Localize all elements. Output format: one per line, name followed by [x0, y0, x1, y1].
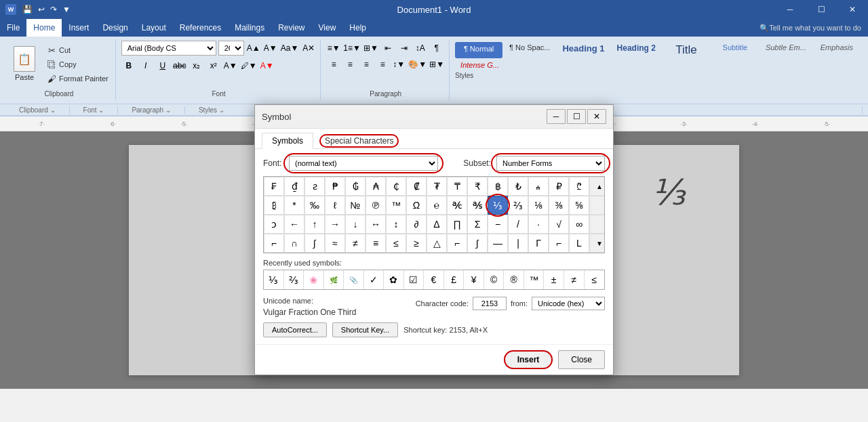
numbering-btn[interactable]: 1≡▼	[342, 41, 361, 56]
font-select[interactable]: (normal text)	[289, 156, 438, 171]
subset-select[interactable]: Number Forms	[496, 156, 605, 171]
line-spacing-btn[interactable]: ↕▼	[391, 57, 406, 72]
recent-cell[interactable]: ¥	[464, 270, 484, 289]
recent-cell[interactable]: ≠	[564, 270, 585, 289]
minimize-btn[interactable]: ─	[774, 0, 806, 19]
sym-cell[interactable]: ↑	[304, 215, 325, 234]
clear-format-btn[interactable]: A✕	[301, 41, 316, 56]
bullets-btn[interactable]: ≡▼	[326, 41, 341, 56]
dialog-close-btn[interactable]: ✕	[587, 109, 606, 124]
sym-cell[interactable]: √	[549, 215, 569, 234]
sym-cell[interactable]: ₺	[508, 177, 528, 196]
style-heading1[interactable]: Heading 1	[557, 42, 610, 58]
customize-btn[interactable]: ▼	[60, 5, 73, 14]
close-dialog-button[interactable]: Close	[558, 350, 605, 369]
sym-cell[interactable]: ℀	[447, 196, 467, 215]
from-select[interactable]: Unicode (hex) ASCII (decimal) ASCII (hex…	[532, 297, 605, 310]
sort-btn[interactable]: ↕A	[413, 41, 428, 56]
sym-cell[interactable]: ≤	[386, 234, 406, 253]
increase-indent-btn[interactable]: ⇥	[397, 41, 412, 56]
autocorrect-button[interactable]: AutoCorrect...	[263, 322, 327, 337]
menu-mailings[interactable]: Mailings	[228, 19, 271, 37]
font-color-btn[interactable]: A▼	[223, 58, 238, 73]
sym-cell[interactable]: ℓ	[325, 196, 345, 215]
tell-me[interactable]: 🔍 Tell me what you want to do	[753, 19, 868, 37]
style-emphasis[interactable]: Emphasis	[813, 42, 861, 58]
menu-file[interactable]: File	[0, 19, 26, 37]
align-center-btn[interactable]: ≡	[342, 57, 357, 72]
scroll-col[interactable]	[589, 196, 605, 215]
sym-cell[interactable]: ℮	[427, 196, 447, 215]
cut-button[interactable]: ✂ Cut	[43, 43, 111, 57]
sym-cell[interactable]: /	[508, 215, 528, 234]
close-window-btn[interactable]: ✕	[837, 0, 868, 19]
scroll-col[interactable]: ▼	[589, 234, 605, 253]
tab-special-characters[interactable]: Special Characters	[315, 133, 403, 148]
sym-cell[interactable]: ∩	[284, 234, 304, 253]
decrease-indent-btn[interactable]: ⇤	[380, 41, 395, 56]
recent-cell[interactable]: ☑	[404, 270, 425, 289]
sym-cell[interactable]: ℗	[366, 196, 386, 215]
recent-cell[interactable]: ≤	[585, 270, 605, 289]
sym-cell[interactable]: *	[284, 196, 304, 215]
save-btn[interactable]: 💾	[20, 5, 35, 14]
recent-cell[interactable]: ©	[484, 270, 505, 289]
sym-cell[interactable]: ₵	[386, 177, 406, 196]
sym-cell[interactable]: ₣	[264, 177, 284, 196]
sym-cell[interactable]: Δ	[427, 215, 447, 234]
sym-cell[interactable]: ↔	[366, 215, 386, 234]
recent-cell[interactable]: ®	[504, 270, 524, 289]
subscript-btn[interactable]: x₂	[189, 58, 204, 73]
borders-btn[interactable]: ⊞▼	[429, 57, 445, 72]
scroll-col[interactable]: ▲	[589, 177, 605, 196]
font-size-select[interactable]: 26	[218, 41, 244, 56]
sym-cell[interactable]: Γ	[528, 234, 549, 253]
recent-cell[interactable]: ✓	[364, 270, 384, 289]
sym-cell[interactable]: ≡	[366, 234, 386, 253]
menu-review[interactable]: Review	[271, 19, 311, 37]
strikethrough-btn[interactable]: abc	[172, 58, 187, 73]
sym-cell[interactable]: ⌐	[264, 234, 284, 253]
recent-cell[interactable]: ⅔	[284, 270, 304, 289]
increase-font-btn[interactable]: A▲	[246, 41, 261, 56]
shading-btn[interactable]: 🎨▼	[408, 57, 427, 72]
style-subtle-emphasis[interactable]: Subtle Em...	[760, 42, 812, 58]
decrease-font-btn[interactable]: A▼	[263, 41, 278, 56]
align-right-btn[interactable]: ≡	[359, 57, 374, 72]
sym-cell[interactable]: L	[569, 234, 589, 253]
sym-cell[interactable]: ≥	[406, 234, 427, 253]
redo-btn[interactable]: ↷	[48, 5, 59, 14]
insert-button[interactable]: Insert	[504, 350, 553, 369]
sym-cell[interactable]: ∂	[406, 215, 427, 234]
recent-cell[interactable]: 🌸	[304, 270, 324, 289]
maximize-btn[interactable]: ☐	[806, 0, 837, 19]
font-color2-btn[interactable]: A▼	[260, 58, 275, 73]
shortcut-key-button[interactable]: Shortcut Key...	[332, 322, 398, 337]
multilevel-btn[interactable]: ⊞▼	[363, 41, 379, 56]
style-title[interactable]: Title	[663, 42, 710, 58]
format-painter-button[interactable]: 🖌 Format Painter	[43, 72, 111, 85]
menu-insert[interactable]: Insert	[62, 19, 96, 37]
sym-cell[interactable]: △	[427, 234, 447, 253]
highlight-btn[interactable]: 🖊▼	[240, 58, 258, 73]
menu-references[interactable]: References	[173, 19, 228, 37]
sym-cell[interactable]: ↓	[345, 215, 366, 234]
sym-cell[interactable]: −	[488, 215, 508, 234]
sym-cell[interactable]: →	[325, 215, 345, 234]
sym-cell[interactable]: Ω	[406, 196, 427, 215]
sym-cell[interactable]: ∏	[447, 215, 467, 234]
sym-cell[interactable]: ‰	[304, 196, 325, 215]
scroll-col[interactable]	[589, 215, 605, 234]
sym-cell[interactable]: №	[345, 196, 366, 215]
sym-cell[interactable]: ∞	[569, 215, 589, 234]
tab-symbols[interactable]: Symbols	[262, 133, 313, 149]
char-code-input[interactable]	[473, 297, 507, 310]
undo-btn[interactable]: ↩	[36, 5, 47, 14]
underline-btn[interactable]: U	[155, 58, 170, 73]
copy-button[interactable]: ⿻ Copy	[43, 58, 111, 71]
recent-cell[interactable]: £	[444, 270, 465, 289]
sym-cell[interactable]: ⌐	[447, 234, 467, 253]
recent-cell[interactable]: ✿	[384, 270, 404, 289]
recent-cell[interactable]: ⅓	[264, 270, 284, 289]
sym-cell[interactable]: —	[488, 234, 508, 253]
